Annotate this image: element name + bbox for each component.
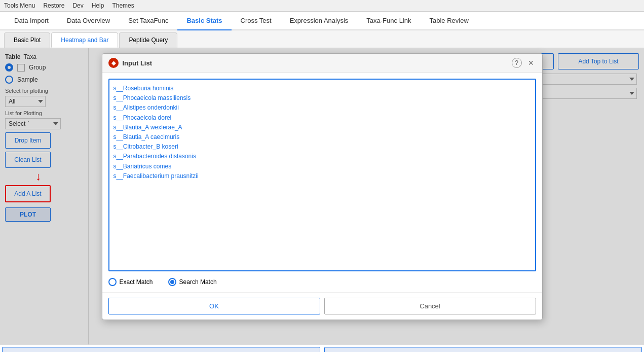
modal-overlay: ◆ Input List ? ✕ s__Roseburia hominis s_… xyxy=(0,48,644,344)
nav-data-import[interactable]: Data Import xyxy=(5,12,58,30)
menu-themes[interactable]: Themes xyxy=(112,2,134,9)
menu-dev[interactable]: Dev xyxy=(72,2,83,9)
bottom-bar: Plot Sankey Get Table xyxy=(0,344,644,352)
sub-tabs: Basic Plot Heatmap and Bar Peptide Query xyxy=(0,30,644,48)
modal-header: ◆ Input List ? ✕ xyxy=(102,54,542,73)
search-match-option[interactable]: Search Match xyxy=(168,278,217,286)
menu-tools[interactable]: Tools Menu xyxy=(4,2,35,9)
tab-peptide-query[interactable]: Peptide Query xyxy=(119,32,177,48)
nav-taxa-func-link[interactable]: Taxa-Func Link xyxy=(357,12,420,30)
nav-set-taxafunc[interactable]: Set TaxaFunc xyxy=(119,12,177,30)
modal-title: Input List xyxy=(123,59,508,67)
modal-icon: ◆ xyxy=(108,58,119,68)
tab-basic-plot[interactable]: Basic Plot xyxy=(4,32,50,48)
menu-bar: Tools Menu Restore Dev Help Themes xyxy=(0,0,644,12)
input-list-textarea[interactable]: s__Roseburia hominis s__Phocaeicola mass… xyxy=(108,79,536,271)
modal-options: Exact Match Search Match xyxy=(108,278,536,286)
main-nav: Data Import Data Overview Set TaxaFunc B… xyxy=(0,12,644,30)
get-table-button[interactable]: Get Table xyxy=(324,347,642,352)
nav-basic-stats[interactable]: Basic Stats xyxy=(177,12,231,30)
menu-help[interactable]: Help xyxy=(92,2,104,9)
search-match-label: Search Match xyxy=(179,278,217,286)
nav-expression-analysis[interactable]: Expression Analysis xyxy=(281,12,358,30)
modal-footer: OK Cancel xyxy=(102,292,542,320)
menu-restore[interactable]: Restore xyxy=(43,2,64,9)
nav-table-review[interactable]: Table Review xyxy=(420,12,477,30)
modal-body: s__Roseburia hominis s__Phocaeicola mass… xyxy=(102,73,542,292)
plot-sankey-button[interactable]: Plot Sankey xyxy=(2,347,320,352)
modal-ok-button[interactable]: OK xyxy=(108,298,320,314)
exact-match-option[interactable]: Exact Match xyxy=(108,278,153,286)
search-match-radio[interactable] xyxy=(168,278,176,286)
modal-help-button[interactable]: ? xyxy=(512,58,522,68)
tab-heatmap-bar[interactable]: Heatmap and Bar xyxy=(51,32,118,48)
content-area: Table Taxa Group Sample Select for plott… xyxy=(0,48,644,344)
exact-match-radio[interactable] xyxy=(108,278,117,286)
modal-cancel-button[interactable]: Cancel xyxy=(324,298,536,314)
input-list-modal: ◆ Input List ? ✕ s__Roseburia hominis s_… xyxy=(102,53,543,320)
nav-cross-test[interactable]: Cross Test xyxy=(232,12,281,30)
nav-data-overview[interactable]: Data Overview xyxy=(58,12,119,30)
exact-match-label: Exact Match xyxy=(120,278,153,286)
modal-close-button[interactable]: ✕ xyxy=(526,58,536,68)
